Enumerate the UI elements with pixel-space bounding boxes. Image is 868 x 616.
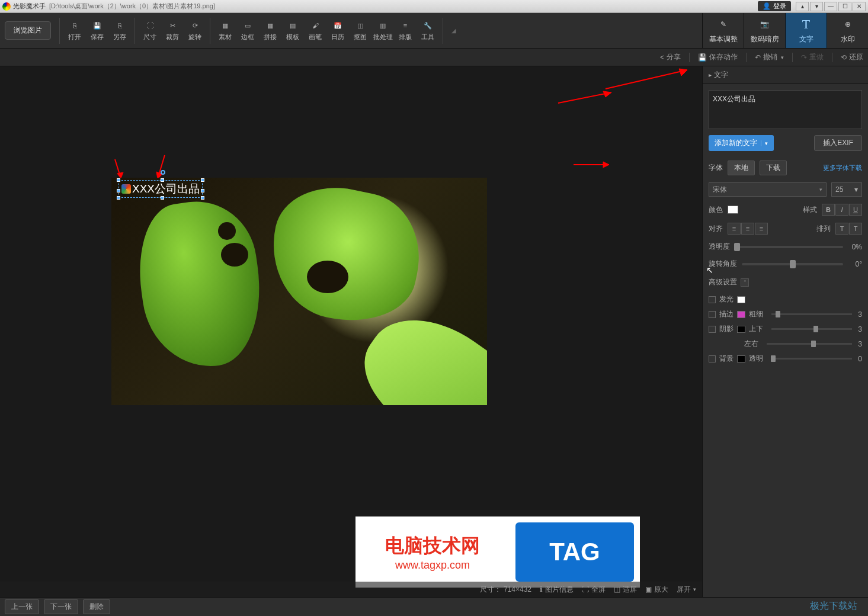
thickness-value: 3 [858,310,862,319]
svg-marker-9 [603,162,609,168]
dimension-button[interactable]: ⛶尺寸 [139,20,161,41]
glow-color-swatch[interactable] [737,296,745,303]
background-checkbox[interactable] [709,355,716,362]
original-size-button[interactable]: ▣原大 [645,585,668,595]
shadow-vertical-slider[interactable] [771,328,852,330]
template-button[interactable]: ▤模板 [281,20,304,41]
arrange-label: 排列 [816,224,831,234]
chevron-down-icon[interactable]: ▾ [761,140,768,146]
next-image-button[interactable]: 下一张 [44,599,78,614]
batch-button[interactable]: ▥批处理 [371,20,394,41]
advanced-header[interactable]: 高级设置 ⌃ [703,272,868,292]
prev-image-button[interactable]: 上一张 [5,599,39,614]
stroke-color-swatch[interactable] [737,311,745,318]
font-size-select[interactable]: 25▾ [831,182,862,197]
redo-button[interactable]: ↷重做 [801,52,824,62]
text-overlay-box[interactable]: XXX公司出品 [118,180,203,198]
undo-button[interactable]: ↶撤销▾ [755,52,784,62]
disk-icon: 💾 [698,53,707,62]
shadow-checkbox[interactable] [709,326,716,333]
font-family-select[interactable]: 宋体▾ [709,182,827,197]
pin-down-icon[interactable]: ▾ [810,2,823,11]
arrange-horizontal-button[interactable]: T [835,223,848,235]
brush-icon: 🖌 [309,20,321,31]
brush-button[interactable]: 🖌画笔 [304,20,326,41]
office-icon [121,184,131,194]
saveas-button[interactable]: ⎘另存 [108,20,131,41]
tab-darkroom[interactable]: 📷数码暗房 [744,13,785,48]
info-icon: ℹ [540,585,543,593]
rotation-value: 0° [848,260,862,268]
add-text-button[interactable]: 添加新的文字▾ [709,135,774,151]
bold-button[interactable]: B [822,204,835,216]
align-center-button[interactable]: ≡ [741,223,754,235]
text-color-swatch[interactable] [728,206,738,214]
share-button[interactable]: <分享 [660,52,681,62]
image-stage[interactable]: XXX公司出品 [111,178,487,405]
arrange-vertical-button[interactable]: T [849,223,862,235]
fit-screen-button[interactable]: ◫适屏 [614,585,637,595]
opacity-slider[interactable] [735,246,843,248]
minimize-icon[interactable]: — [824,2,837,11]
browse-images-button[interactable]: 浏览图片 [5,21,51,40]
panel-header[interactable]: 文字 [703,66,868,84]
tab-watermark[interactable]: ⊕水印 [827,13,868,48]
overlay-text: XXX公司出品 [132,181,200,197]
border-icon: ▭ [242,20,254,31]
bg-transparent-value: 0 [858,355,862,363]
insert-exif-button[interactable]: 插入EXIF [814,135,862,151]
bg-color-swatch[interactable] [737,355,745,362]
save-action-button[interactable]: 💾保存动作 [698,52,738,62]
rotation-slider[interactable] [742,263,843,265]
glow-checkbox[interactable] [709,296,716,303]
layout-button[interactable]: ≡排版 [394,20,417,41]
text-input[interactable]: XXX公司出品 [709,90,862,129]
cutout-button[interactable]: ◫抠图 [349,20,371,41]
fullscreen-button[interactable]: ⛶全屏 [582,585,606,595]
underline-button[interactable]: U [849,204,862,216]
zoom-toggle[interactable]: 屏开▾ [677,585,696,595]
collage-button[interactable]: ▦拼接 [259,20,281,41]
tab-text[interactable]: T文字 [785,13,827,48]
canvas-area[interactable]: XXX公司出品 电脑技术网 www.tagxp.com TAG [0,66,702,597]
bottombar: 上一张 下一张 删除 [0,597,868,616]
save-button[interactable]: 💾保存 [86,20,108,41]
login-button[interactable]: 👤 登录 [758,1,791,11]
image-info-button[interactable]: ℹ图片信息 [540,585,574,595]
open-button[interactable]: ⎘打开 [63,20,86,41]
expand-icon[interactable]: ◢ [451,27,456,34]
tab-basic-adjust[interactable]: ✎基本调整 [702,13,744,48]
maximize-icon[interactable]: ☐ [838,2,851,11]
svg-marker-7 [603,91,611,97]
tools-button[interactable]: 🔧工具 [417,20,439,41]
more-fonts-link[interactable]: 更多字体下载 [823,163,862,172]
close-icon[interactable]: ✕ [853,2,866,11]
material-button[interactable]: ▦素材 [214,20,236,41]
shadow-color-swatch[interactable] [737,326,745,333]
pin-up-icon[interactable]: ▴ [796,2,809,11]
stroke-checkbox[interactable] [709,311,716,318]
user-icon: 👤 [763,2,771,10]
font-tab-local[interactable]: 本地 [728,161,755,175]
mouse-cursor-icon: ↖ [706,265,713,275]
align-right-button[interactable]: ≡ [755,223,768,235]
shadow-horizontal-slider[interactable] [767,343,852,345]
italic-button[interactable]: I [835,204,848,216]
toolbar: 浏览图片 ⎘打开 💾保存 ⎘另存 ⛶尺寸 ✂裁剪 ⟳旋转 ▦素材 ▭边框 ▦拼接… [0,13,868,49]
font-tab-download[interactable]: 下载 [760,161,787,175]
stroke-label: 描边 [719,309,734,319]
border-button[interactable]: ▭边框 [236,20,259,41]
align-left-button[interactable]: ≡ [728,223,741,235]
file-path: [D:\tools\桌面\work（2）\work（0）素材\图片素材19.pn… [49,2,215,11]
calendar-button[interactable]: 📅日历 [326,20,349,41]
delete-image-button[interactable]: 删除 [83,599,110,614]
restore-icon: ⟲ [841,53,847,62]
share-icon: < [660,53,664,62]
crop-button[interactable]: ✂裁剪 [161,20,184,41]
image-size: 尺寸：714×432 [480,585,531,595]
wrench-icon: 🔧 [422,20,434,31]
stroke-thickness-slider[interactable] [771,313,852,315]
rotate-button[interactable]: ⟳旋转 [184,20,206,41]
restore-button[interactable]: ⟲还原 [841,52,863,62]
bg-transparent-slider[interactable] [771,358,852,360]
